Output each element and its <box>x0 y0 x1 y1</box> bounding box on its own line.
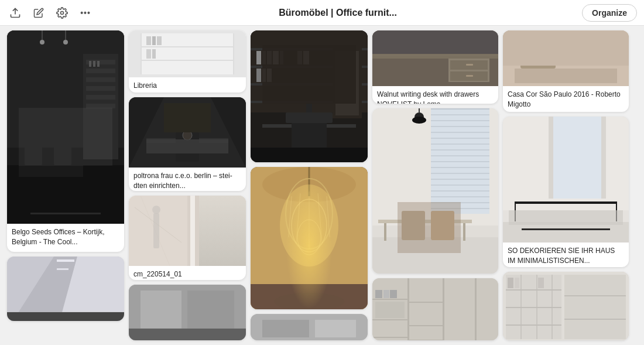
svg-rect-79 <box>262 69 266 82</box>
pin-dark-office[interactable]: Belgo Seeds Offices – Kortijk, Belgium -… <box>7 30 124 252</box>
svg-rect-186 <box>564 295 626 296</box>
svg-rect-78 <box>256 69 261 82</box>
pin-marble[interactable]: cm_220514_01 <box>129 196 246 280</box>
svg-rect-70 <box>251 101 368 103</box>
pin-shelving5[interactable] <box>503 272 629 340</box>
svg-rect-67 <box>251 48 368 50</box>
svg-rect-77 <box>303 51 309 64</box>
svg-rect-140 <box>384 223 386 241</box>
svg-rect-11 <box>89 61 91 67</box>
svg-rect-190 <box>538 278 544 288</box>
pin-modern-office[interactable] <box>251 30 368 162</box>
pin-dark-office-label: Belgo Seeds Offices – Kortijk, Belgium -… <box>7 224 124 252</box>
pin-walnut-desk[interactable]: Walnut writing desk with drawers NOVELIS… <box>372 30 498 104</box>
svg-rect-90 <box>251 284 368 309</box>
svg-point-19 <box>63 40 68 45</box>
svg-rect-155 <box>409 340 443 340</box>
svg-rect-133 <box>431 196 489 197</box>
svg-rect-42 <box>146 138 228 143</box>
pin-dark-office-image <box>7 30 124 224</box>
more-icon[interactable]: ••• <box>77 5 94 21</box>
pin-modern-office-image <box>251 30 368 162</box>
pin-libreria-image <box>129 30 246 77</box>
pin-walnut-desk-label: Walnut writing desk with drawers NOVELIS… <box>372 86 498 104</box>
svg-rect-134 <box>431 202 489 203</box>
organize-button[interactable]: Organize <box>582 4 637 22</box>
svg-line-101 <box>327 196 330 237</box>
pin-corridor[interactable] <box>7 257 124 321</box>
svg-rect-54 <box>217 196 221 266</box>
svg-point-144 <box>412 117 426 124</box>
svg-rect-37 <box>157 36 162 45</box>
pin-walnut-desk-image <box>372 30 498 86</box>
svg-rect-151 <box>372 319 407 320</box>
svg-rect-38 <box>146 49 151 59</box>
svg-rect-121 <box>431 126 489 127</box>
svg-rect-39 <box>152 49 156 59</box>
pin-bottom3[interactable] <box>251 314 368 340</box>
svg-rect-86 <box>335 51 359 115</box>
svg-rect-139 <box>431 211 454 240</box>
svg-rect-56 <box>153 213 159 248</box>
pin-dark-desk-image <box>129 97 246 168</box>
svg-rect-25 <box>57 259 74 262</box>
upload-icon[interactable] <box>7 5 23 21</box>
svg-rect-68 <box>251 66 368 68</box>
svg-rect-13 <box>97 61 100 67</box>
pin-libreria[interactable]: Libreria <box>129 30 246 93</box>
pin-minimalist-deco[interactable]: SO DEKORIEREN SIE IHR HAUS IM MINIMALIST… <box>503 117 629 267</box>
svg-rect-32 <box>233 33 234 74</box>
pin-remy-meijers[interactable]: Ontwerp Remy Meijers. <box>372 108 498 274</box>
svg-rect-184 <box>506 307 561 308</box>
svg-point-95 <box>297 220 321 255</box>
svg-rect-52 <box>199 196 204 266</box>
svg-point-18 <box>40 40 44 45</box>
pin-grey2[interactable] <box>129 285 246 340</box>
pin-chandelier[interactable] <box>251 167 368 309</box>
settings-icon[interactable] <box>54 5 70 21</box>
svg-rect-125 <box>431 149 489 151</box>
svg-rect-112 <box>466 75 473 77</box>
svg-rect-185 <box>506 324 561 326</box>
svg-rect-10 <box>86 104 115 108</box>
svg-rect-12 <box>93 61 95 67</box>
svg-rect-165 <box>503 30 629 66</box>
svg-rect-135 <box>431 208 489 209</box>
svg-rect-51 <box>190 196 195 266</box>
pin-corridor-image <box>7 257 124 321</box>
svg-rect-128 <box>431 167 489 168</box>
svg-rect-87 <box>251 148 368 162</box>
svg-rect-64 <box>129 329 246 340</box>
column-4: Walnut writing desk with drawers NOVELIS… <box>372 30 498 340</box>
pin-dark-desk[interactable]: poltrona frau c.e.o. berlin – stei-dten … <box>129 97 246 191</box>
pin-shelving5-image <box>503 272 629 340</box>
pin-casa-cor[interactable]: Casa Cor São Paulo 2016 - Roberto Migott… <box>503 30 629 112</box>
pin-grid: Belgo Seeds Offices – Kortijk, Belgium -… <box>0 26 644 345</box>
svg-rect-58 <box>222 228 237 248</box>
pin-minimalist-deco-image <box>503 117 629 242</box>
svg-rect-31 <box>141 33 142 74</box>
svg-point-93 <box>286 179 333 249</box>
svg-rect-48 <box>187 196 246 266</box>
svg-rect-175 <box>509 210 623 225</box>
svg-rect-162 <box>515 69 617 83</box>
svg-rect-169 <box>549 117 553 199</box>
svg-rect-76 <box>297 51 302 64</box>
svg-rect-171 <box>515 201 617 204</box>
svg-rect-35 <box>146 36 151 45</box>
board-title: Büromöbel | Office furnit... <box>101 8 575 18</box>
svg-rect-69 <box>251 83 368 86</box>
svg-rect-80 <box>267 69 272 82</box>
svg-rect-130 <box>431 179 489 180</box>
svg-rect-189 <box>515 278 519 288</box>
svg-rect-83 <box>286 112 333 123</box>
svg-rect-9 <box>86 95 115 100</box>
pin-wardrobe[interactable] <box>372 278 498 340</box>
svg-rect-105 <box>315 320 356 337</box>
edit-icon[interactable] <box>30 5 47 21</box>
svg-rect-33 <box>141 46 234 47</box>
svg-rect-148 <box>443 278 444 340</box>
pin-wardrobe-image <box>372 278 498 340</box>
pin-libreria-label: Libreria <box>129 77 246 93</box>
svg-rect-72 <box>262 51 266 64</box>
